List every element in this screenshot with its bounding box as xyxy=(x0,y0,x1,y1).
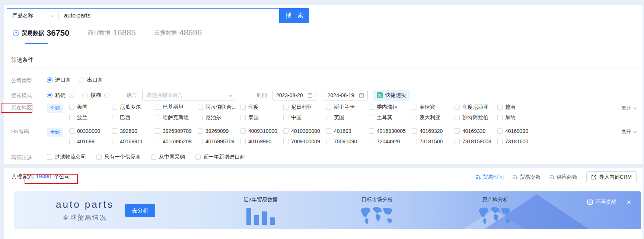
language-select[interactable]: 请选择翻译语言 xyxy=(142,90,235,101)
hs-code-checkbox[interactable]: 73181500 xyxy=(412,138,455,145)
radio-icon xyxy=(79,77,85,83)
region-checkbox[interactable]: 巴西 xyxy=(112,114,155,121)
hs-code-checkbox[interactable]: 73181600 xyxy=(497,138,540,145)
region-checkbox[interactable]: 英国 xyxy=(326,114,369,121)
sort-trade-time[interactable]: 贸易时间 xyxy=(476,174,504,181)
calendar-icon xyxy=(359,93,364,98)
result-count: 19380 xyxy=(36,173,51,179)
hs-code-checkbox[interactable]: 40169330 xyxy=(455,128,497,134)
dismiss-checkbox[interactable] xyxy=(587,200,593,205)
hs-code-checkbox[interactable]: 3926909709 xyxy=(155,128,198,134)
hs-code-checkbox[interactable]: 392690 xyxy=(112,128,155,134)
tab-cloud-search-data[interactable]: 云搜数据 48696 xyxy=(154,28,202,44)
hs-code-checkbox[interactable]: 40169911 xyxy=(112,138,155,145)
radio-importer[interactable]: 进口商 xyxy=(47,77,71,83)
checkbox-icon xyxy=(112,128,117,134)
checkbox-icon xyxy=(369,105,374,110)
checkbox-icon xyxy=(69,128,74,134)
region-checkbox[interactable]: 菲律宾 xyxy=(412,104,455,111)
hs-code-checkbox[interactable]: 40169990 xyxy=(240,138,283,145)
search-category-select[interactable]: 产品名称 xyxy=(7,9,58,23)
region-checkbox[interactable]: 委内瑞拉 xyxy=(369,104,412,111)
hs-code-checkbox[interactable]: 401693 xyxy=(326,128,369,134)
question-circle-icon[interactable]: ? xyxy=(13,30,19,36)
analyze-button[interactable]: 去分析 xyxy=(125,204,155,217)
checkbox-icon xyxy=(326,105,331,110)
tab-business-data[interactable]: 商业数据 16885 xyxy=(88,28,136,44)
hs-code-checkbox[interactable]: 00330000 xyxy=(69,128,112,134)
region-checkbox[interactable]: 厄瓜多尔 xyxy=(112,104,155,111)
hs-code-checkbox[interactable]: 72044920 xyxy=(369,138,412,145)
start-date-input[interactable]: 2023-08-20 xyxy=(272,90,316,101)
advanced-checkbox[interactable]: 近一年新增进口商 xyxy=(195,154,245,160)
checkbox-icon xyxy=(497,105,503,110)
region-checkbox[interactable]: 美国 xyxy=(69,104,112,111)
region-checkbox[interactable]: 尼日利亚 xyxy=(283,104,326,111)
banner-card-trade-data: 近3年贸易数据 xyxy=(231,197,290,225)
region-checkbox[interactable]: 沙特阿拉伯 xyxy=(455,114,497,121)
sort-supplier-count[interactable]: 供应商数 xyxy=(549,174,577,181)
info-icon[interactable]: i xyxy=(104,93,109,98)
checkbox-icon xyxy=(283,105,288,110)
hs-code-checkbox[interactable]: 4016995709 xyxy=(198,138,240,145)
hs-code-checkbox[interactable]: 4009310000 xyxy=(240,128,283,134)
hs-code-checkbox[interactable]: 39269099 xyxy=(198,128,240,134)
checkbox-icon xyxy=(369,115,374,120)
region-checkbox[interactable]: 印度尼西亚 xyxy=(455,104,497,111)
hs-code-checkbox[interactable]: 7009100009 xyxy=(283,138,326,145)
close-icon[interactable]: ✕ xyxy=(627,199,631,206)
search-button[interactable]: 搜 索 xyxy=(279,8,309,23)
region-checkbox[interactable]: 泰国 xyxy=(240,114,283,121)
hs-code-checkbox[interactable]: 70091090 xyxy=(326,138,369,145)
region-checkbox[interactable]: 加纳 xyxy=(497,114,540,121)
radio-exporter[interactable]: 出口商 xyxy=(79,77,103,83)
hs-code-checkbox[interactable]: 40169390 xyxy=(497,128,540,134)
checkbox-icon xyxy=(198,139,203,144)
region-checkbox[interactable]: 印度 xyxy=(240,104,283,111)
hs-code-all-tag[interactable]: 全部 xyxy=(47,128,63,137)
checkbox-icon xyxy=(195,154,201,160)
search-input[interactable] xyxy=(59,9,279,23)
checkbox-icon xyxy=(155,128,160,134)
region-checkbox[interactable]: 尼泊尔 xyxy=(198,114,240,121)
divider xyxy=(11,68,639,69)
checkbox-icon xyxy=(112,115,117,120)
advanced-checkbox[interactable]: 只有一个供应商 xyxy=(96,154,141,160)
banner-title: auto parts xyxy=(56,199,114,210)
hs-code-checkbox[interactable]: 401699 xyxy=(69,138,112,145)
region-checkbox[interactable]: 波兰 xyxy=(69,114,112,121)
region-checkbox[interactable]: 澳大利亚 xyxy=(412,114,455,121)
tab-trade-data[interactable]: ? 贸易数据 36750 xyxy=(13,28,69,44)
sort-trade-count[interactable]: 贸易次数 xyxy=(513,174,541,181)
region-checkbox[interactable]: 越南 xyxy=(497,104,540,111)
radio-fuzzy-mode[interactable]: 模糊 i xyxy=(82,92,109,99)
hs-code-expand-link[interactable]: 展开 xyxy=(621,128,636,135)
info-icon[interactable]: i xyxy=(69,93,74,98)
divider xyxy=(4,44,643,44)
quick-options-button[interactable]: ⌘ 快捷选项 xyxy=(373,90,410,101)
hs-code-checkbox[interactable]: 4016930005 xyxy=(369,128,412,134)
advanced-checkbox[interactable]: 从中国采购 xyxy=(151,154,185,160)
region-checkbox[interactable]: 巴基斯坦 xyxy=(155,104,198,111)
banner-card-market-analysis: 目标市场分析 xyxy=(347,197,407,226)
advanced-checkbox[interactable]: 过滤物流公司 xyxy=(47,154,86,160)
region-checkbox[interactable]: 土耳其 xyxy=(369,114,412,121)
hs-code-checkbox[interactable]: 4016995209 xyxy=(155,138,198,145)
checkbox-icon xyxy=(240,115,246,120)
end-date-input[interactable]: 2024-08-19 xyxy=(324,90,368,101)
hs-code-label: HS编码 xyxy=(11,128,47,135)
region-checkbox[interactable]: 阿拉伯联合... xyxy=(198,104,240,111)
hs-code-checkbox[interactable]: 40169320 xyxy=(412,128,455,134)
region-checkbox[interactable]: 斯里兰卡 xyxy=(326,104,369,111)
hs-code-checkbox[interactable]: 7318159008 xyxy=(455,138,497,145)
region-checkbox[interactable]: 中国 xyxy=(283,114,326,121)
import-crm-button[interactable]: 导入内部CRM xyxy=(586,171,637,183)
hs-code-checkbox[interactable]: 4010390000 xyxy=(283,128,326,134)
region-expand-link[interactable]: 展开 xyxy=(621,105,636,111)
radio-exact-mode[interactable]: 精确 i xyxy=(47,92,74,99)
results-panel: 共搜索到19380个公司 贸易时间 贸易次数 供应商数 导入内部CRM auto… xyxy=(4,168,643,239)
radio-selected-icon xyxy=(47,77,52,83)
region-checkbox[interactable]: 哈萨克斯坦 xyxy=(155,114,198,121)
region-all-tag[interactable]: 全部 xyxy=(47,104,63,113)
company-type-label: 公司类型 xyxy=(11,77,47,84)
